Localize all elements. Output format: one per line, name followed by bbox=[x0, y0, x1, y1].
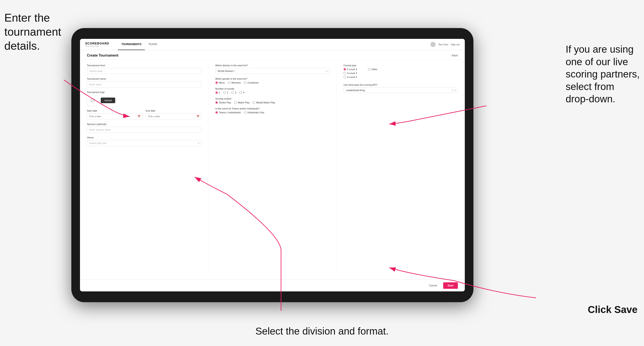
form-col-2: Which division is the event for? NCAA Di… bbox=[208, 64, 337, 275]
end-label: End date bbox=[146, 109, 201, 112]
gender-combined[interactable]: Combined bbox=[244, 81, 258, 84]
navbar: SCOREBOARD Powered by clippit TOURNAMENT… bbox=[80, 39, 465, 50]
sponsor-input[interactable] bbox=[87, 127, 201, 133]
sign-out-link[interactable]: Sign out bbox=[451, 43, 460, 46]
start-date-field: Start date bbox=[87, 109, 142, 119]
start-label: Start date bbox=[87, 109, 142, 112]
annotation-bottom-right: Click Save bbox=[588, 304, 638, 316]
nav-logo: SCOREBOARD Powered by clippit bbox=[85, 42, 109, 47]
format-6count4[interactable]: 6 count 4 bbox=[344, 72, 458, 74]
api-select-wrapper[interactable]: Leaderboard King × ▾ bbox=[344, 87, 458, 93]
gender-mens[interactable]: Mens bbox=[215, 81, 225, 84]
venue-input[interactable] bbox=[87, 140, 201, 146]
back-link[interactable]: ‹ Back bbox=[450, 54, 458, 57]
end-date-field: End date bbox=[146, 109, 201, 119]
rounds-group: Number of rounds 1 2 bbox=[215, 87, 330, 94]
annotation-top-left: Enter the tournament details. bbox=[4, 11, 61, 53]
end-date-input[interactable] bbox=[146, 113, 201, 119]
event-type-radio-group: Teams (+Individuals) Individuals Only bbox=[215, 111, 330, 114]
venue-group: Venue bbox=[87, 136, 201, 146]
division-select-wrapper: NCAA Division I bbox=[215, 68, 330, 74]
tournament-name-group: Tournament name bbox=[87, 77, 201, 87]
event-teams[interactable]: Teams (+Individuals) bbox=[215, 111, 241, 114]
api-label: Use third-party live scoring API? bbox=[344, 84, 458, 86]
format-options: 5 count 4 Other 6 count 4 bbox=[344, 68, 458, 78]
rounds-label: Number of rounds bbox=[215, 87, 330, 90]
nav-right: Test User Sign out bbox=[430, 42, 460, 47]
page-title: Create Tournament bbox=[87, 53, 118, 57]
event-type-label: Is this event for Teams and/or Individua… bbox=[215, 107, 330, 110]
svg-point-1 bbox=[92, 100, 92, 100]
gender-womens[interactable]: Womens bbox=[228, 81, 241, 84]
scoring-radio-group: Stroke Play Match Play Medal Match Play bbox=[215, 101, 330, 104]
tablet-screen: SCOREBOARD Powered by clippit TOURNAMENT… bbox=[80, 39, 465, 291]
nav-teams[interactable]: TEAMS bbox=[145, 39, 160, 50]
format-other[interactable]: Other bbox=[368, 68, 378, 71]
format-label: Format type bbox=[344, 64, 458, 67]
tablet-frame: SCOREBOARD Powered by clippit TOURNAMENT… bbox=[71, 28, 474, 302]
form-col-1: Tournament Host Tournament name Tourname… bbox=[87, 64, 208, 275]
format-row-1: 5 count 4 Other bbox=[344, 68, 458, 71]
start-date-input[interactable] bbox=[87, 113, 142, 119]
event-individuals[interactable]: Individuals Only bbox=[244, 111, 264, 114]
end-date-wrapper bbox=[146, 113, 201, 119]
host-label: Tournament Host bbox=[87, 64, 201, 67]
event-type-group: Is this event for Teams and/or Individua… bbox=[215, 107, 330, 114]
annotation-top-right: If you are using one of our live scoring… bbox=[566, 43, 640, 105]
gender-label: Which gender is the event for? bbox=[215, 77, 330, 80]
avatar bbox=[430, 42, 436, 47]
round-2[interactable]: 2 bbox=[223, 91, 228, 94]
search-team-input[interactable] bbox=[87, 68, 201, 74]
sponsor-group: Sponsor (optional) bbox=[87, 123, 201, 133]
nav-tournaments[interactable]: TOURNAMENTS bbox=[118, 39, 145, 50]
logo-upload-area: Upload bbox=[87, 95, 201, 106]
tournament-host-group: Tournament Host bbox=[87, 64, 201, 74]
form-footer: Cancel Save bbox=[80, 280, 465, 291]
format-type-group: Format type 5 count 4 Other bbox=[344, 64, 458, 78]
start-date-wrapper bbox=[87, 113, 142, 119]
venue-select-wrapper bbox=[87, 140, 201, 146]
scoring-stroke[interactable]: Stroke Play bbox=[215, 101, 231, 104]
rounds-radio-group: 1 2 3 4 bbox=[215, 91, 330, 94]
content-area: Create Tournament ‹ Back Tournament Host… bbox=[80, 50, 465, 291]
annotation-bottom-center: Select the division and format. bbox=[255, 325, 388, 338]
form-area: Tournament Host Tournament name Tourname… bbox=[80, 60, 465, 280]
gender-radio-group: Mens Womens Combined bbox=[215, 81, 330, 84]
round-4[interactable]: 4 bbox=[239, 91, 244, 94]
division-label: Which division is the event for? bbox=[215, 64, 330, 67]
round-3[interactable]: 3 bbox=[231, 91, 236, 94]
scoring-group: Scoring system Stroke Play Match Play bbox=[215, 97, 330, 104]
form-col-3: Format type 5 count 4 Other bbox=[336, 64, 458, 275]
nav-links: TOURNAMENTS TEAMS bbox=[118, 39, 430, 50]
api-chevron-icon: ▾ bbox=[454, 89, 456, 92]
page-header: Create Tournament ‹ Back bbox=[80, 50, 465, 60]
scoring-medal-match[interactable]: Medal Match Play bbox=[252, 101, 275, 104]
format-5count4[interactable]: 5 count 4 bbox=[344, 68, 357, 71]
sponsor-label: Sponsor (optional) bbox=[87, 123, 201, 125]
tournament-name-input[interactable] bbox=[87, 81, 201, 87]
round-1[interactable]: 1 bbox=[215, 91, 220, 94]
scoring-match[interactable]: Match Play bbox=[234, 101, 250, 104]
date-row: Start date End date bbox=[87, 109, 201, 119]
logo-label: Tournament logo bbox=[87, 91, 201, 93]
api-group: Use third-party live scoring API? Leader… bbox=[344, 84, 458, 93]
division-group: Which division is the event for? NCAA Di… bbox=[215, 64, 330, 74]
format-6count5[interactable]: 6 count 5 bbox=[344, 76, 458, 78]
name-label: Tournament name bbox=[87, 77, 201, 80]
save-button[interactable]: Save bbox=[443, 282, 458, 289]
venue-label: Venue bbox=[87, 136, 201, 139]
upload-button[interactable]: Upload bbox=[101, 98, 115, 103]
cancel-button[interactable]: Cancel bbox=[426, 282, 440, 289]
scoring-label: Scoring system bbox=[215, 97, 330, 100]
dates-group: Start date End date bbox=[87, 109, 201, 119]
tournament-logo-group: Tournament logo Upload bbox=[87, 91, 201, 106]
gender-group: Which gender is the event for? Mens Wome… bbox=[215, 77, 330, 84]
division-select[interactable]: NCAA Division I bbox=[215, 68, 330, 74]
api-clear-button[interactable]: × bbox=[452, 89, 453, 92]
logo-placeholder bbox=[87, 95, 98, 106]
